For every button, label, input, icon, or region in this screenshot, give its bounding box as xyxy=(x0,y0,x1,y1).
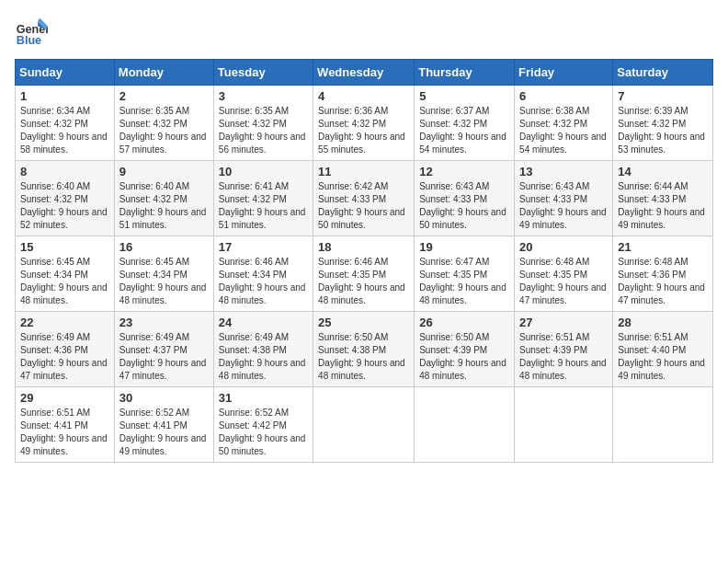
calendar-cell: 25 Sunrise: 6:50 AMSunset: 4:38 PMDaylig… xyxy=(313,312,415,387)
day-info: Sunrise: 6:46 AMSunset: 4:35 PMDaylight:… xyxy=(318,256,409,307)
day-info: Sunrise: 6:49 AMSunset: 4:37 PMDaylight:… xyxy=(119,331,209,383)
calendar-cell: 20 Sunrise: 6:48 AMSunset: 4:35 PMDaylig… xyxy=(515,236,613,312)
day-number: 28 xyxy=(618,316,708,329)
day-number: 30 xyxy=(119,391,209,405)
day-number: 18 xyxy=(318,240,409,254)
day-number: 3 xyxy=(219,89,308,103)
page-header: General Blue xyxy=(15,15,713,48)
calendar-cell: 26 Sunrise: 6:50 AMSunset: 4:39 PMDaylig… xyxy=(415,312,515,387)
calendar-cell: 27 Sunrise: 6:51 AMSunset: 4:39 PMDaylig… xyxy=(515,312,613,387)
day-info: Sunrise: 6:44 AMSunset: 4:33 PMDaylight:… xyxy=(618,180,708,232)
day-number: 23 xyxy=(119,316,209,329)
day-info: Sunrise: 6:46 AMSunset: 4:34 PMDaylight:… xyxy=(219,256,308,307)
day-number: 6 xyxy=(519,89,608,103)
calendar-cell: 15 Sunrise: 6:45 AMSunset: 4:34 PMDaylig… xyxy=(16,236,115,312)
calendar-cell: 17 Sunrise: 6:46 AMSunset: 4:34 PMDaylig… xyxy=(213,236,313,312)
calendar-week-2: 8 Sunrise: 6:40 AMSunset: 4:32 PMDayligh… xyxy=(16,161,713,236)
day-info: Sunrise: 6:50 AMSunset: 4:39 PMDaylight:… xyxy=(419,331,509,383)
day-number: 4 xyxy=(318,89,409,103)
day-info: Sunrise: 6:38 AMSunset: 4:32 PMDaylight:… xyxy=(519,105,608,156)
calendar-week-5: 29 Sunrise: 6:51 AMSunset: 4:41 PMDaylig… xyxy=(16,387,713,463)
calendar-cell: 8 Sunrise: 6:40 AMSunset: 4:32 PMDayligh… xyxy=(16,161,115,236)
weekday-wednesday: Wednesday xyxy=(313,60,415,86)
calendar-cell xyxy=(415,387,515,463)
day-info: Sunrise: 6:39 AMSunset: 4:32 PMDaylight:… xyxy=(618,105,708,156)
day-number: 26 xyxy=(419,316,509,329)
day-info: Sunrise: 6:34 AMSunset: 4:32 PMDaylight:… xyxy=(20,105,109,156)
weekday-sunday: Sunday xyxy=(16,60,115,86)
weekday-friday: Friday xyxy=(515,60,613,86)
calendar-cell xyxy=(613,387,713,463)
calendar-cell: 19 Sunrise: 6:47 AMSunset: 4:35 PMDaylig… xyxy=(415,236,515,312)
day-number: 16 xyxy=(119,240,209,254)
day-number: 31 xyxy=(219,391,308,405)
calendar-cell: 14 Sunrise: 6:44 AMSunset: 4:33 PMDaylig… xyxy=(613,161,713,236)
calendar-cell: 2 Sunrise: 6:35 AMSunset: 4:32 PMDayligh… xyxy=(114,86,213,161)
day-info: Sunrise: 6:49 AMSunset: 4:36 PMDaylight:… xyxy=(20,331,109,383)
day-info: Sunrise: 6:40 AMSunset: 4:32 PMDaylight:… xyxy=(119,180,209,232)
day-number: 9 xyxy=(119,165,209,178)
day-info: Sunrise: 6:47 AMSunset: 4:35 PMDaylight:… xyxy=(419,256,509,307)
calendar-cell: 30 Sunrise: 6:52 AMSunset: 4:41 PMDaylig… xyxy=(114,387,213,463)
day-info: Sunrise: 6:42 AMSunset: 4:33 PMDaylight:… xyxy=(318,180,409,232)
day-info: Sunrise: 6:43 AMSunset: 4:33 PMDaylight:… xyxy=(419,180,509,232)
calendar-cell: 22 Sunrise: 6:49 AMSunset: 4:36 PMDaylig… xyxy=(16,312,115,387)
day-number: 22 xyxy=(20,316,109,329)
day-number: 8 xyxy=(20,165,109,178)
day-info: Sunrise: 6:49 AMSunset: 4:38 PMDaylight:… xyxy=(219,331,308,383)
weekday-header-row: SundayMondayTuesdayWednesdayThursdayFrid… xyxy=(16,60,713,86)
day-info: Sunrise: 6:52 AMSunset: 4:41 PMDaylight:… xyxy=(119,407,209,458)
day-number: 13 xyxy=(519,165,608,178)
calendar-week-1: 1 Sunrise: 6:34 AMSunset: 4:32 PMDayligh… xyxy=(16,86,713,161)
day-number: 25 xyxy=(318,316,409,329)
calendar-week-4: 22 Sunrise: 6:49 AMSunset: 4:36 PMDaylig… xyxy=(16,312,713,387)
calendar-cell: 5 Sunrise: 6:37 AMSunset: 4:32 PMDayligh… xyxy=(415,86,515,161)
day-number: 29 xyxy=(20,391,109,405)
calendar-cell: 9 Sunrise: 6:40 AMSunset: 4:32 PMDayligh… xyxy=(114,161,213,236)
calendar-week-3: 15 Sunrise: 6:45 AMSunset: 4:34 PMDaylig… xyxy=(16,236,713,312)
calendar-cell: 16 Sunrise: 6:45 AMSunset: 4:34 PMDaylig… xyxy=(114,236,213,312)
calendar-table: SundayMondayTuesdayWednesdayThursdayFrid… xyxy=(15,59,713,463)
calendar-cell: 7 Sunrise: 6:39 AMSunset: 4:32 PMDayligh… xyxy=(613,86,713,161)
calendar-cell: 3 Sunrise: 6:35 AMSunset: 4:32 PMDayligh… xyxy=(213,86,313,161)
day-info: Sunrise: 6:41 AMSunset: 4:32 PMDaylight:… xyxy=(219,180,308,232)
day-number: 19 xyxy=(419,240,509,254)
day-info: Sunrise: 6:50 AMSunset: 4:38 PMDaylight:… xyxy=(318,331,409,383)
day-info: Sunrise: 6:48 AMSunset: 4:35 PMDaylight:… xyxy=(519,256,608,307)
day-info: Sunrise: 6:45 AMSunset: 4:34 PMDaylight:… xyxy=(119,256,209,307)
calendar-cell: 1 Sunrise: 6:34 AMSunset: 4:32 PMDayligh… xyxy=(16,86,115,161)
day-number: 27 xyxy=(519,316,608,329)
day-info: Sunrise: 6:51 AMSunset: 4:41 PMDaylight:… xyxy=(20,407,109,458)
calendar-cell: 6 Sunrise: 6:38 AMSunset: 4:32 PMDayligh… xyxy=(515,86,613,161)
calendar-cell: 10 Sunrise: 6:41 AMSunset: 4:32 PMDaylig… xyxy=(213,161,313,236)
day-number: 5 xyxy=(419,89,509,103)
day-info: Sunrise: 6:35 AMSunset: 4:32 PMDaylight:… xyxy=(119,105,209,156)
day-info: Sunrise: 6:43 AMSunset: 4:33 PMDaylight:… xyxy=(519,180,608,232)
day-info: Sunrise: 6:36 AMSunset: 4:32 PMDaylight:… xyxy=(318,105,409,156)
calendar-cell: 21 Sunrise: 6:48 AMSunset: 4:36 PMDaylig… xyxy=(613,236,713,312)
day-number: 11 xyxy=(318,165,409,178)
day-number: 14 xyxy=(618,165,708,178)
calendar-cell: 29 Sunrise: 6:51 AMSunset: 4:41 PMDaylig… xyxy=(16,387,115,463)
day-info: Sunrise: 6:35 AMSunset: 4:32 PMDaylight:… xyxy=(219,105,308,156)
day-info: Sunrise: 6:52 AMSunset: 4:42 PMDaylight:… xyxy=(219,407,308,458)
logo-icon: General Blue xyxy=(15,15,48,48)
day-info: Sunrise: 6:37 AMSunset: 4:32 PMDaylight:… xyxy=(419,105,509,156)
calendar-cell: 31 Sunrise: 6:52 AMSunset: 4:42 PMDaylig… xyxy=(213,387,313,463)
calendar-cell: 12 Sunrise: 6:43 AMSunset: 4:33 PMDaylig… xyxy=(415,161,515,236)
calendar-cell xyxy=(515,387,613,463)
day-info: Sunrise: 6:51 AMSunset: 4:40 PMDaylight:… xyxy=(618,331,708,383)
day-number: 10 xyxy=(219,165,308,178)
calendar-cell: 13 Sunrise: 6:43 AMSunset: 4:33 PMDaylig… xyxy=(515,161,613,236)
calendar-cell: 28 Sunrise: 6:51 AMSunset: 4:40 PMDaylig… xyxy=(613,312,713,387)
calendar-cell: 11 Sunrise: 6:42 AMSunset: 4:33 PMDaylig… xyxy=(313,161,415,236)
day-number: 21 xyxy=(618,240,708,254)
day-number: 12 xyxy=(419,165,509,178)
day-info: Sunrise: 6:40 AMSunset: 4:32 PMDaylight:… xyxy=(20,180,109,232)
weekday-thursday: Thursday xyxy=(415,60,515,86)
calendar-cell: 18 Sunrise: 6:46 AMSunset: 4:35 PMDaylig… xyxy=(313,236,415,312)
day-info: Sunrise: 6:48 AMSunset: 4:36 PMDaylight:… xyxy=(618,256,708,307)
weekday-saturday: Saturday xyxy=(613,60,713,86)
day-number: 20 xyxy=(519,240,608,254)
day-number: 2 xyxy=(119,89,209,103)
